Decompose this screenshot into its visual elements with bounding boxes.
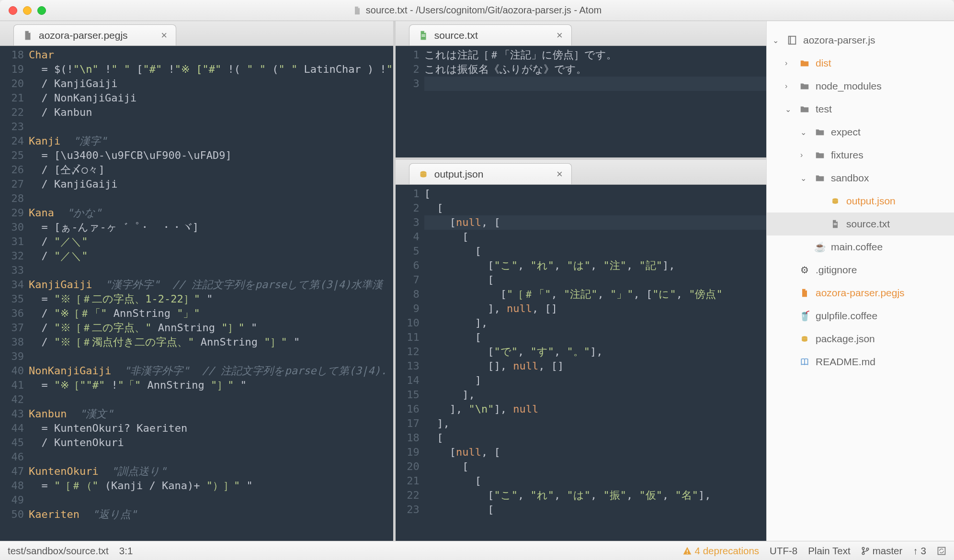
svg-rect-0 <box>421 34 425 35</box>
chevron-icon[interactable]: ⌄ <box>800 174 809 183</box>
status-deprecations[interactable]: 4 deprecations <box>682 545 759 557</box>
status-path[interactable]: test/sandbox/source.txt <box>8 545 109 557</box>
file-code-icon <box>23 30 33 41</box>
status-ahead[interactable]: ↑ 3 <box>913 545 926 557</box>
chevron-icon[interactable] <box>800 243 809 251</box>
tab-aozora-parser[interactable]: aozora-parser.pegjs × <box>13 24 176 45</box>
json-icon <box>798 334 811 344</box>
status-encoding[interactable]: UTF-8 <box>770 545 797 557</box>
tree-item-test[interactable]: ⌄test <box>767 98 954 121</box>
tree-item-label: node_modules <box>816 80 882 92</box>
tree-item-package-json[interactable]: package.json <box>767 327 954 350</box>
status-grammar[interactable]: Plain Text <box>808 545 851 557</box>
zoom-window-button[interactable] <box>37 6 46 15</box>
chevron-icon[interactable] <box>816 197 824 205</box>
code-area[interactable]: Char = $(!"\n" !" " ["#" !"※ ["#" !( " "… <box>29 46 393 541</box>
tree-item-label: test <box>816 103 832 115</box>
tab-output-json[interactable]: output.json × <box>409 163 572 184</box>
gear-icon: ⚙ <box>798 264 811 276</box>
editor-right-top[interactable]: 123 これは注記［＃「注記」に傍点］です。これは振仮名《ふりがな》です。 <box>396 46 766 157</box>
chevron-icon[interactable] <box>785 358 794 366</box>
chevron-icon[interactable] <box>785 266 794 274</box>
git-branch-icon <box>861 547 870 555</box>
close-icon[interactable]: × <box>161 29 167 42</box>
tree-item-main-coffee[interactable]: ☕main.coffee <box>767 235 954 258</box>
tree-item-label: package.json <box>816 333 875 345</box>
code-area[interactable]: これは注記［＃「注記」に傍点］です。これは振仮名《ふりがな》です。 <box>424 46 766 157</box>
svg-point-11 <box>862 547 864 549</box>
svg-rect-4 <box>790 36 791 45</box>
minimize-window-button[interactable] <box>23 6 32 15</box>
svg-point-5 <box>832 198 838 201</box>
folder-icon <box>798 58 811 68</box>
code-area[interactable]: [ [ [null, [ [ [ ["こ", "れ", "は", "注", "記… <box>424 185 766 541</box>
close-icon[interactable]: × <box>556 168 563 180</box>
svg-rect-7 <box>834 224 837 225</box>
folder-icon <box>798 104 811 114</box>
window-title: source.txt - /Users/cognitom/Git/aozora-… <box>0 5 954 16</box>
file-json-icon <box>418 169 429 179</box>
chevron-icon[interactable]: › <box>785 59 794 67</box>
tree-item-expect[interactable]: ⌄expect <box>767 121 954 144</box>
tree-item--gitignore[interactable]: ⚙.gitignore <box>767 258 954 281</box>
tabbar-left: aozora-parser.pegjs × <box>0 21 393 46</box>
status-cursor[interactable]: 3:1 <box>119 545 133 557</box>
close-icon[interactable]: × <box>556 29 563 42</box>
tab-source-txt[interactable]: source.txt × <box>409 24 572 45</box>
status-sync-button[interactable] <box>937 546 946 556</box>
editor-left[interactable]: 1819202122232425262728293031323334353637… <box>0 46 393 541</box>
chevron-icon[interactable] <box>816 220 824 228</box>
chevron-icon[interactable]: ⌄ <box>800 128 809 137</box>
tree-item-source-txt[interactable]: source.txt <box>767 213 954 235</box>
svg-point-12 <box>862 552 864 555</box>
tree-item-label: fixtures <box>831 149 863 161</box>
status-git[interactable]: master <box>861 545 903 557</box>
tree-item-label: gulpfile.coffee <box>816 310 877 322</box>
chevron-icon[interactable]: ⌄ <box>772 36 781 45</box>
svg-point-13 <box>866 548 869 550</box>
tab-label: output.json <box>434 168 484 180</box>
tree-item-aozora-parser-js[interactable]: ⌄aozora-parser.js <box>767 29 954 52</box>
warning-icon <box>682 546 692 556</box>
svg-point-8 <box>802 336 807 338</box>
tab-label: aozora-parser.pegjs <box>39 30 128 41</box>
svg-rect-3 <box>789 36 796 45</box>
tree-item-aozora-parser-pegjs[interactable]: aozora-parser.pegjs <box>767 281 954 304</box>
tree-item-label: aozora-parser.js <box>803 34 875 46</box>
tree-item-output-json[interactable]: output.json <box>767 190 954 213</box>
gulp-icon: 🥤 <box>798 310 811 322</box>
chevron-icon[interactable] <box>785 335 794 343</box>
gutter: 1819202122232425262728293031323334353637… <box>0 46 29 541</box>
tree-item-fixtures[interactable]: ›fixtures <box>767 144 954 167</box>
tree-item-dist[interactable]: ›dist <box>767 52 954 75</box>
tree-item-label: README.md <box>816 356 875 368</box>
tree-item-sandbox[interactable]: ⌄sandbox <box>767 167 954 190</box>
chevron-icon[interactable]: ⌄ <box>785 105 794 114</box>
pane-left: aozora-parser.pegjs × 181920212223242526… <box>0 21 393 541</box>
tree-item-gulpfile-coffee[interactable]: 🥤gulpfile.coffee <box>767 304 954 327</box>
tree-item-label: expect <box>831 126 861 138</box>
chevron-icon[interactable] <box>785 312 794 320</box>
file-icon <box>352 6 362 15</box>
svg-rect-1 <box>421 35 425 36</box>
folder-icon <box>814 150 826 160</box>
tree-item-node-modules[interactable]: ›node_modules <box>767 75 954 98</box>
tab-label: source.txt <box>434 30 478 41</box>
tree-item-label: output.json <box>846 195 896 207</box>
svg-rect-6 <box>834 223 837 224</box>
chevron-icon[interactable] <box>785 289 794 297</box>
sync-icon <box>937 546 946 556</box>
tree-item-readme-md[interactable]: README.md <box>767 350 954 373</box>
tabbar-right-top: source.txt × <box>396 21 766 46</box>
tree-view[interactable]: ⌄aozora-parser.js›dist›node_modules⌄test… <box>766 21 954 541</box>
close-window-button[interactable] <box>9 6 17 15</box>
editor-right-bottom[interactable]: 1234567891011121314151617181920212223 [ … <box>396 185 766 541</box>
file-text-icon <box>418 30 429 41</box>
tree-item-label: dist <box>816 57 831 69</box>
svg-rect-9 <box>687 549 688 552</box>
chevron-icon[interactable]: › <box>800 151 809 159</box>
chevron-icon[interactable]: › <box>785 82 794 90</box>
titlebar: source.txt - /Users/cognitom/Git/aozora-… <box>0 0 954 21</box>
tabbar-right-bottom: output.json × <box>396 160 766 185</box>
tree-item-label: main.coffee <box>831 241 883 253</box>
